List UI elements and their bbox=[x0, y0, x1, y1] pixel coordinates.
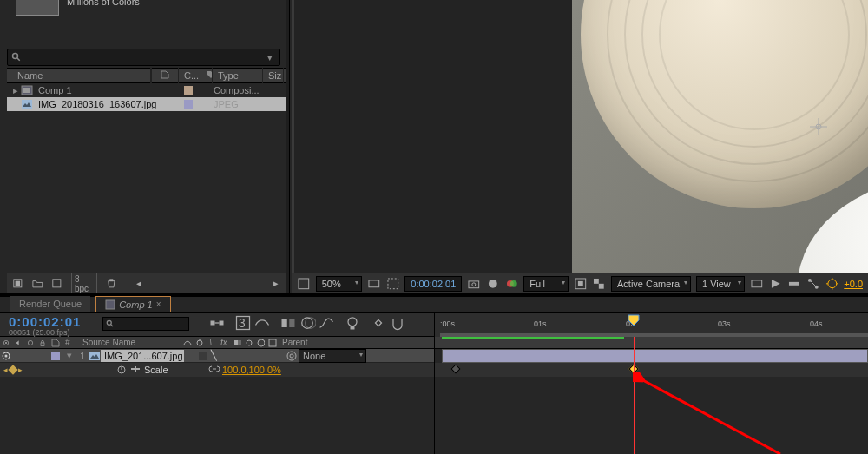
quality-icon[interactable]: \ bbox=[207, 338, 214, 347]
col-name[interactable]: Name bbox=[12, 68, 151, 83]
shy-icon[interactable] bbox=[199, 352, 207, 360]
close-icon[interactable]: × bbox=[156, 299, 161, 309]
property-name[interactable]: Scale bbox=[144, 365, 191, 375]
show-channel-icon[interactable] bbox=[486, 277, 500, 291]
property-row[interactable]: ◂ ▸ Scale 100.0,100.0% bbox=[0, 363, 434, 377]
frame-blend-icon[interactable] bbox=[279, 314, 297, 332]
col-parent[interactable]: Parent bbox=[279, 338, 359, 347]
label-color-swatch[interactable] bbox=[184, 100, 193, 109]
bit-depth-indicator[interactable]: 8 bpc bbox=[71, 273, 97, 295]
reset-exposure-icon[interactable] bbox=[825, 277, 839, 291]
3d-icon[interactable] bbox=[268, 339, 277, 347]
panel-divider[interactable] bbox=[286, 0, 290, 293]
tab-render-queue[interactable]: Render Queue bbox=[10, 296, 90, 312]
col-label-icon[interactable] bbox=[151, 68, 179, 83]
composition-viewer[interactable] bbox=[292, 0, 868, 273]
auto-keyframe-icon[interactable] bbox=[370, 314, 387, 332]
property-value[interactable]: 100.0,100.0% bbox=[222, 365, 281, 375]
cti-head-icon[interactable] bbox=[628, 314, 640, 326]
col-lock-icon[interactable] bbox=[36, 338, 49, 348]
new-folder-icon[interactable] bbox=[32, 278, 43, 290]
prev-keyframe-icon[interactable]: ◂ bbox=[3, 365, 8, 374]
next-keyframe-icon[interactable]: ▸ bbox=[18, 365, 23, 374]
col-comment[interactable]: C... bbox=[179, 68, 201, 83]
col-source-name[interactable]: Source Name bbox=[80, 338, 181, 347]
search-dropdown-icon[interactable]: ▾ bbox=[267, 52, 276, 63]
time-ruler[interactable]: :00s 01s 02 03s 04s bbox=[434, 313, 868, 337]
shy-toggle-icon[interactable] bbox=[253, 314, 271, 332]
project-file-list[interactable]: ▸ Comp 1 Composi... IMG_20180316_163607.… bbox=[7, 83, 286, 273]
project-item-jpeg[interactable]: IMG_20180316_163607.jpg JPEG bbox=[7, 97, 286, 111]
adjustment-icon[interactable] bbox=[257, 339, 266, 347]
layer-label-swatch[interactable] bbox=[51, 352, 60, 360]
tab-comp[interactable]: Comp 1 × bbox=[95, 296, 170, 312]
collapse-icon[interactable] bbox=[195, 339, 204, 347]
fast-preview-icon[interactable] bbox=[769, 277, 783, 291]
grid-toggle-icon[interactable] bbox=[367, 277, 381, 291]
parent-dropdown[interactable]: None bbox=[299, 349, 366, 363]
fx-icon[interactable]: fx bbox=[218, 338, 230, 347]
stopwatch-icon[interactable] bbox=[116, 364, 130, 376]
camera-dropdown[interactable]: Active Camera bbox=[611, 276, 691, 292]
layer-bar[interactable] bbox=[442, 349, 868, 363]
timeline-timecode[interactable]: 0:00:02:01 bbox=[9, 314, 81, 329]
frame-blend-icon[interactable] bbox=[233, 339, 242, 347]
col-size[interactable]: Siz bbox=[263, 68, 284, 83]
new-comp-icon[interactable] bbox=[51, 278, 62, 290]
col-index[interactable]: # bbox=[62, 338, 80, 347]
trash-icon[interactable] bbox=[106, 278, 117, 290]
shy-icon[interactable] bbox=[183, 339, 192, 347]
col-label-icon[interactable] bbox=[49, 339, 62, 347]
keyframe-navigator[interactable]: ◂ ▸ bbox=[0, 363, 49, 377]
timeline-icon[interactable] bbox=[787, 277, 801, 291]
current-time-display[interactable]: 0:00:02:01 bbox=[404, 276, 462, 292]
keyframe-icon[interactable] bbox=[450, 364, 460, 373]
quality-icon[interactable]: ╲ bbox=[211, 350, 217, 361]
layer-twirl-icon[interactable]: ▾ bbox=[62, 350, 76, 361]
scroll-right-icon[interactable]: ▸ bbox=[271, 278, 280, 289]
video-toggle-icon[interactable] bbox=[0, 351, 12, 361]
alpha-toggle-icon[interactable] bbox=[297, 277, 311, 291]
timeline-track-area[interactable] bbox=[434, 337, 868, 454]
scroll-left-icon[interactable]: ◂ bbox=[135, 278, 144, 289]
col-tag-icon[interactable] bbox=[201, 68, 213, 83]
label-color-swatch[interactable] bbox=[184, 86, 193, 95]
pickwhip-icon[interactable] bbox=[285, 350, 299, 362]
project-search-input[interactable] bbox=[25, 52, 267, 63]
comp-flowchart-icon[interactable] bbox=[806, 277, 820, 291]
viewer-canvas[interactable] bbox=[294, 0, 868, 273]
graph-editor-icon[interactable] bbox=[318, 314, 335, 332]
work-area-track[interactable] bbox=[435, 337, 868, 349]
layer-row[interactable]: ▾ 1 IMG_201...607.jpg ╲ None bbox=[0, 349, 434, 363]
project-search[interactable]: ▾ bbox=[7, 49, 280, 66]
motion-blur-icon[interactable] bbox=[299, 314, 316, 332]
interpret-footage-icon[interactable] bbox=[12, 278, 23, 290]
layer-name[interactable]: IMG_201...607.jpg bbox=[101, 350, 184, 362]
comp-mini-flowchart-icon[interactable] bbox=[208, 314, 226, 332]
zoom-dropdown[interactable]: 50% bbox=[316, 276, 362, 292]
snapshot-icon[interactable] bbox=[467, 277, 481, 291]
resolution-dropdown[interactable]: Full bbox=[523, 276, 568, 292]
draft-3d-icon[interactable]: 3 bbox=[234, 314, 252, 332]
transparency-grid-icon[interactable] bbox=[592, 277, 606, 291]
pixel-aspect-icon[interactable] bbox=[750, 277, 764, 291]
timeline-search[interactable] bbox=[102, 317, 189, 331]
motion-blur-icon[interactable] bbox=[245, 339, 253, 347]
col-audio-icon[interactable] bbox=[12, 338, 24, 348]
snap-icon[interactable] bbox=[389, 314, 406, 332]
brainstorm-icon[interactable] bbox=[344, 314, 361, 332]
svg-rect-11 bbox=[299, 279, 309, 289]
roi-icon[interactable] bbox=[574, 277, 588, 291]
twirl-icon[interactable]: ▸ bbox=[10, 85, 21, 96]
col-solo-icon[interactable] bbox=[24, 338, 36, 348]
mask-toggle-icon[interactable] bbox=[386, 277, 400, 291]
add-keyframe-icon[interactable] bbox=[8, 365, 17, 374]
project-item-comp[interactable]: ▸ Comp 1 Composi... bbox=[7, 83, 286, 97]
col-video-icon[interactable] bbox=[0, 338, 12, 348]
color-mgmt-icon[interactable] bbox=[505, 277, 519, 291]
expression-toggle-icon[interactable] bbox=[130, 364, 144, 376]
constrain-proportions-icon[interactable] bbox=[208, 365, 222, 375]
col-type[interactable]: Type bbox=[213, 68, 263, 83]
views-dropdown[interactable]: 1 View bbox=[696, 276, 745, 292]
exposure-value[interactable]: +0.0 bbox=[844, 279, 863, 289]
